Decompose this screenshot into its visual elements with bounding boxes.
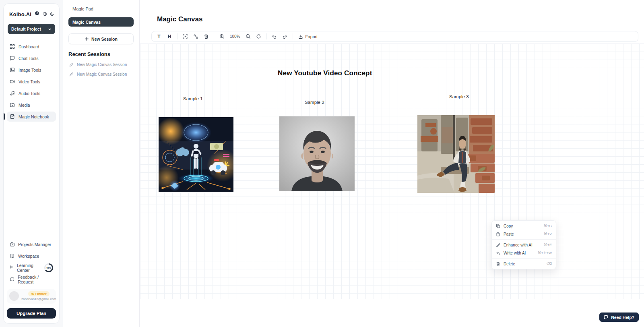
sessions-panel: Magic Pad Magic Canvas New Session Recen…: [63, 0, 140, 327]
logo-row: Kolbo.AI: [7, 9, 56, 17]
magic-canvas-item-active[interactable]: Magic Canvas: [68, 17, 134, 27]
toolbar-divider: [293, 33, 293, 39]
upgrade-plan-button[interactable]: Upgrade Plan: [7, 308, 56, 319]
canvas-heading-text[interactable]: New Youtube Video Concept: [278, 69, 372, 77]
shortcut-label: ⌘+⇧+W: [537, 251, 552, 255]
sidebar-item-audio-tools[interactable]: Audio Tools: [7, 88, 56, 98]
canvas-toolbar: T H 100% Export: [151, 31, 638, 42]
sidebar-item-feedback[interactable]: Feedback / Request: [7, 274, 56, 285]
zoom-level-value[interactable]: 100%: [227, 34, 243, 39]
redo-button[interactable]: [280, 32, 290, 41]
context-menu-divider: [492, 239, 556, 240]
toolbar-divider: [177, 33, 178, 39]
zoom-in-button[interactable]: [217, 32, 227, 41]
owner-badge: Owner: [28, 291, 50, 296]
audio-icon: [10, 91, 15, 96]
magic-wand-icon: [496, 243, 500, 247]
sidebar-item-projects-manager[interactable]: Projects Manager: [7, 239, 56, 250]
text-tool-button[interactable]: T: [154, 32, 164, 41]
help-chat-icon: [604, 315, 608, 319]
sidebar-item-chat-tools[interactable]: Chat Tools: [7, 53, 56, 63]
briefcase-icon: [10, 242, 15, 247]
user-account-card[interactable]: Owner zoharvan12@gmail.com: [7, 289, 56, 304]
redo-icon: [282, 34, 287, 39]
sidebar-item-label: Feedback / Request: [18, 275, 53, 284]
undo-icon: [272, 34, 277, 39]
context-menu-delete[interactable]: Delete ⌫: [492, 260, 556, 268]
shortcut-label: ⌘+V: [544, 232, 552, 236]
context-menu-enhance-with-ai[interactable]: Enhance with AI ⌘+E: [492, 241, 556, 249]
context-menu-write-with-ai[interactable]: Write with AI ⌘+⇧+W: [492, 249, 556, 257]
sidebar-item-media[interactable]: Media: [7, 100, 56, 110]
heading-tool-button[interactable]: H: [165, 32, 174, 41]
sidebar-item-label: Audio Tools: [19, 91, 40, 96]
play-icon: [10, 265, 14, 270]
zoom-out-button[interactable]: [244, 32, 253, 41]
session-list-item[interactable]: New Magic Canvas Session: [68, 62, 134, 67]
canvas-sample-3-label[interactable]: Sample 3: [449, 94, 469, 99]
sample-2-image[interactable]: [279, 116, 355, 191]
zoom-out-icon: [246, 34, 251, 39]
user-email: zoharvan12@gmail.com: [21, 297, 56, 301]
export-button[interactable]: Export: [296, 34, 320, 39]
sidebar-item-label: Projects Manager: [18, 242, 51, 247]
reset-view-button[interactable]: [254, 32, 264, 41]
context-menu-paste[interactable]: Paste ⌘+V: [492, 230, 556, 238]
canvas-grid[interactable]: New Youtube Video Concept Sample 1 Sampl…: [140, 43, 644, 299]
page-title: Magic Canvas: [157, 15, 202, 23]
brand-logo: Kolbo.AI: [9, 11, 31, 17]
sidebar-item-label: Learning Center: [17, 263, 40, 273]
feedback-icon: [10, 277, 14, 282]
plus-icon: [85, 37, 89, 41]
sidebar-footer: Projects Manager Workspace Learning Cent…: [7, 239, 56, 319]
sidebar-item-video-tools[interactable]: Video Tools: [7, 77, 56, 87]
rotate-reset-icon: [256, 34, 261, 39]
canvas-sample-2-label[interactable]: Sample 2: [305, 100, 324, 105]
ai-select-tool-button[interactable]: [180, 32, 190, 41]
shortcut-label: ⌘+E: [544, 243, 552, 247]
sidebar-nav: Dashboard Chat Tools Image Tools Video T…: [7, 41, 56, 122]
toolbar-divider: [214, 33, 214, 39]
context-menu-divider: [492, 258, 556, 259]
notebook-icon: [10, 114, 15, 119]
sidebar-item-workspace[interactable]: Workspace: [7, 250, 56, 261]
sidebar-item-image-tools[interactable]: Image Tools: [7, 65, 56, 75]
sidebar-item-dashboard[interactable]: Dashboard: [7, 41, 56, 52]
paste-icon: [496, 232, 500, 236]
flow-connector-tool-button[interactable]: [191, 32, 200, 41]
sidebar-item-label: Workspace: [18, 254, 39, 259]
learning-progress-badge: 66%: [44, 263, 53, 272]
recent-sessions-heading: Recent Sessions: [68, 51, 134, 57]
project-selector-label: Default Project: [11, 27, 41, 31]
sample-1-image[interactable]: [159, 117, 233, 192]
sidebar-item-label: Dashboard: [19, 44, 39, 49]
shortcut-label: ⌫: [547, 262, 552, 266]
project-selector[interactable]: Default Project: [8, 24, 55, 34]
sidebar-item-label: Chat Tools: [19, 56, 38, 61]
new-session-button[interactable]: New Session: [68, 33, 134, 44]
undo-button[interactable]: [270, 32, 279, 41]
language-globe-icon[interactable]: [43, 12, 47, 17]
context-menu-copy[interactable]: Copy ⌘+C: [492, 222, 556, 230]
sidebar-item-label: Media: [19, 103, 30, 108]
download-icon: [298, 34, 303, 39]
delete-tool-button[interactable]: [201, 32, 211, 41]
brand-head-icon: [34, 11, 40, 17]
left-sidebar: Kolbo.AI Default Project Dashboard Chat …: [3, 3, 60, 324]
canvas-sample-1-label[interactable]: Sample 1: [183, 96, 203, 101]
shortcut-label: ⌘+C: [543, 224, 552, 228]
dashboard-icon: [10, 44, 15, 49]
image-icon: [10, 67, 15, 72]
flow-connector-icon: [193, 34, 198, 39]
sidebar-item-magic-notebook[interactable]: Magic Notebook: [7, 112, 56, 122]
pencil-icon: [69, 72, 74, 77]
crown-icon: [31, 292, 35, 296]
need-help-button[interactable]: Need Help?: [599, 313, 639, 322]
magic-pad-item[interactable]: Magic Pad: [68, 5, 134, 12]
sidebar-item-learning-center[interactable]: Learning Center 66%: [7, 262, 56, 273]
sidebar-item-label: Image Tools: [19, 68, 41, 72]
sample-3-image[interactable]: [417, 115, 495, 193]
dark-mode-moon-icon[interactable]: [50, 12, 54, 17]
session-list-item[interactable]: New Magic Canvas Session: [68, 72, 134, 77]
trash-icon: [496, 262, 500, 266]
